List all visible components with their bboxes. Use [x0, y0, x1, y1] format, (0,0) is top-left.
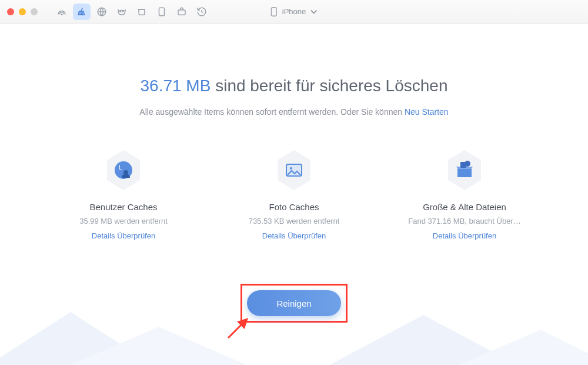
photo-caches-icon: [275, 149, 313, 191]
chevron-down-icon: [310, 7, 318, 16]
details-link[interactable]: Details Überprüfen: [262, 231, 326, 240]
tablet-icon[interactable]: [153, 4, 171, 20]
antenna-icon[interactable]: [53, 4, 71, 20]
card-subtitle: 735.53 KB werden entfernt: [249, 217, 340, 225]
card-subtitle: 35.99 MB werden entfernt: [79, 217, 168, 225]
svg-point-15: [290, 167, 292, 170]
svg-text:L: L: [119, 164, 122, 171]
card-user-caches: L Benutzer Caches 35.99 MB werden entfer…: [53, 149, 194, 240]
large-files-icon: [446, 149, 483, 191]
details-link[interactable]: Details Überprüfen: [433, 231, 496, 240]
briefcase-icon[interactable]: [173, 4, 191, 20]
clean-button-label: Reinigen: [276, 298, 311, 308]
card-title: Große & Alte Dateien: [423, 202, 506, 212]
headline-text: sind bereit für sicheres Löschen: [215, 77, 447, 95]
zoom-window[interactable]: [31, 8, 38, 15]
subline-text: Alle ausgewählte Items können sofort ent…: [139, 107, 405, 117]
mask-icon[interactable]: [113, 4, 131, 20]
clean-button-highlight: Reinigen: [240, 284, 348, 323]
cards-row: L Benutzer Caches 35.99 MB werden entfer…: [53, 149, 535, 240]
headline: 36.71 MB sind bereit für sicheres Lösche…: [0, 77, 588, 95]
globe-icon[interactable]: [93, 4, 111, 20]
svg-rect-7: [271, 7, 276, 15]
card-subtitle: Fand 371.16 MB, braucht Über…: [408, 217, 521, 225]
svg-point-3: [123, 11, 124, 12]
details-link[interactable]: Details Überprüfen: [92, 231, 155, 240]
clean-button[interactable]: Reinigen: [247, 290, 341, 316]
card-large-old-files: Große & Alte Dateien Fand 371.16 MB, bra…: [394, 149, 535, 240]
restart-link[interactable]: Neu Starten: [405, 107, 449, 117]
card-title: Foto Caches: [269, 202, 319, 212]
svg-rect-4: [159, 8, 165, 16]
phone-icon: [270, 7, 278, 16]
svg-point-2: [120, 11, 121, 12]
user-caches-icon: L: [105, 149, 142, 191]
headline-size: 36.71 MB: [141, 77, 211, 95]
svg-point-18: [465, 161, 470, 167]
device-name: iPhone: [282, 7, 306, 16]
titlebar: iPhone: [0, 0, 588, 24]
minimize-window[interactable]: [19, 8, 26, 15]
window-controls: [7, 8, 38, 15]
device-selector[interactable]: iPhone: [270, 7, 318, 16]
trash-icon[interactable]: [133, 4, 151, 20]
svg-rect-6: [178, 10, 185, 15]
close-window[interactable]: [7, 8, 14, 15]
card-photo-caches: Foto Caches 735.53 KB werden entfernt De…: [223, 149, 365, 240]
history-icon[interactable]: [193, 4, 211, 20]
svg-point-0: [61, 14, 62, 15]
broom-icon[interactable]: [73, 4, 91, 20]
card-title: Benutzer Caches: [89, 202, 157, 212]
subline: Alle ausgewählte Items können sofort ent…: [0, 107, 588, 117]
main-content: 36.71 MB sind bereit für sicheres Lösche…: [0, 24, 588, 365]
toolbar-tabs: [53, 4, 211, 20]
